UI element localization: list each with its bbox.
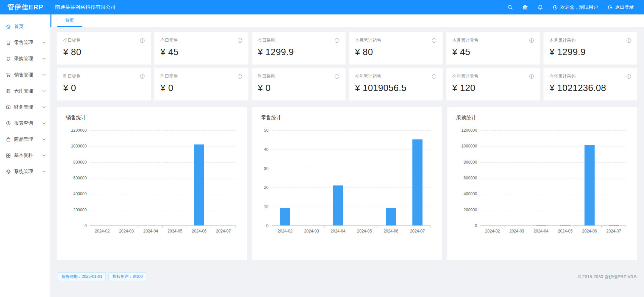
sidebar-item-home[interactable]: 首页	[0, 18, 50, 35]
stat-label: 今日采购	[258, 37, 275, 43]
stat-card-head: 今年累计采购	[550, 73, 631, 79]
sidebar-item-label: 销售管理	[14, 72, 42, 78]
stat-card: 本月累计采购¥ 1299.9	[544, 32, 637, 65]
chevron-down-icon	[42, 171, 46, 173]
info-icon[interactable]	[529, 38, 534, 43]
chevron-down-icon	[42, 90, 46, 92]
x-axis-tick	[211, 226, 211, 227]
bar-2024-04	[536, 225, 546, 225]
x-axis-label: 2024-07	[599, 229, 629, 234]
pie-chart-icon	[6, 121, 11, 126]
stat-card: 昨日零售¥ 0	[154, 68, 248, 100]
logout-button[interactable]: 退出登录	[607, 4, 634, 10]
y-axis-tick-label: 20	[261, 185, 269, 190]
x-axis-tick	[430, 226, 431, 227]
x-axis-tick	[187, 226, 187, 227]
sidebar-item-goods[interactable]: 商品管理	[0, 131, 50, 147]
sidebar-item-report[interactable]: 报表查询	[0, 115, 50, 131]
info-icon[interactable]	[626, 74, 631, 79]
stat-value: ¥ 80	[355, 47, 437, 57]
sidebar: 首页零售管理采购管理销售管理仓库管理财务管理报表查询商品管理基本资料系统管理	[0, 14, 50, 297]
stat-label: 今年累计采购	[550, 73, 576, 79]
page-layout: 首页零售管理采购管理销售管理仓库管理财务管理报表查询商品管理基本资料系统管理 首…	[0, 0, 644, 297]
stat-card: 今日零售¥ 45	[154, 32, 248, 65]
stat-card-head: 昨日采购	[258, 73, 339, 79]
bank-icon[interactable]	[522, 4, 528, 10]
sidebar-item-basic[interactable]: 基本资料	[0, 147, 50, 164]
stat-label: 昨日采购	[258, 73, 275, 79]
footer-badges: 服务到期：2025-01-01授权用户：8/100	[58, 272, 146, 281]
stat-card-head: 本月累计零售	[452, 37, 534, 43]
main-area: 首页 今日销售¥ 80今日零售¥ 45今日采购¥ 1299.9本月累计销售¥ 8…	[50, 14, 644, 297]
welcome-user[interactable]: 欢迎您，测试用户	[553, 4, 598, 10]
chevron-down-icon	[42, 74, 46, 76]
sidebar-item-sales[interactable]: 销售管理	[0, 67, 50, 83]
ledger-icon	[6, 88, 11, 94]
stat-card: 昨日销售¥ 0	[57, 68, 151, 100]
sidebar-item-finance[interactable]: 财务管理	[0, 99, 50, 115]
gridline	[272, 207, 431, 207]
info-icon[interactable]	[140, 38, 145, 43]
chart-title: 销售统计	[66, 115, 238, 121]
clock-icon	[553, 5, 558, 10]
bar-2024-04	[333, 185, 343, 225]
top-header: 管伊佳ERP 南通某某网络科技有限公司 欢迎您，测试用户 退出登录	[0, 0, 644, 14]
info-icon[interactable]	[432, 38, 437, 43]
info-icon[interactable]	[334, 38, 339, 43]
chart-card-retail: 零售统计010203040502024-022024-032024-042024…	[252, 107, 442, 260]
chart-card-sales: 销售统计020000040000060000080000010000001200…	[57, 107, 247, 260]
home-icon	[6, 24, 11, 29]
bar-2024-06	[386, 208, 396, 225]
info-icon[interactable]	[140, 74, 145, 79]
x-axis-tick	[114, 226, 114, 227]
y-axis-tick-label: 1200000	[456, 128, 477, 133]
bar-2024-05	[560, 225, 570, 225]
info-icon[interactable]	[432, 74, 437, 79]
search-icon[interactable]	[507, 4, 513, 10]
gridline	[90, 194, 236, 194]
logout-label: 退出登录	[615, 4, 634, 10]
y-axis-tick-label: 0	[456, 223, 477, 228]
sidebar-item-label: 首页	[14, 24, 46, 30]
sidebar-item-label: 报表查询	[14, 120, 42, 126]
wallet-icon	[6, 104, 11, 110]
gridline	[90, 130, 236, 131]
y-axis-tick-label: 30	[261, 166, 269, 171]
x-axis-tick	[298, 226, 298, 227]
stat-label: 今年累计销售	[355, 73, 381, 79]
x-axis-line	[272, 225, 431, 226]
stat-card-head: 今日采购	[258, 37, 339, 43]
gridline	[272, 150, 431, 150]
sidebar-item-purchase[interactable]: 采购管理	[0, 51, 50, 67]
gridline	[480, 162, 626, 163]
chart-plot: 0200000400000600000800000100000012000002…	[480, 130, 626, 226]
chevron-down-icon	[42, 155, 46, 157]
chart-card-purchase: 采购统计020000040000060000080000010000001200…	[447, 107, 637, 260]
chevron-down-icon	[42, 42, 46, 44]
info-icon[interactable]	[237, 38, 242, 43]
gridline	[272, 169, 431, 169]
sidebar-item-retail[interactable]: 零售管理	[0, 35, 50, 51]
y-axis-tick-label: 1200000	[66, 128, 87, 133]
y-axis-tick-label: 0	[261, 223, 269, 228]
x-axis-tick	[351, 226, 351, 227]
x-axis-line	[90, 225, 236, 226]
y-axis-tick-label: 800000	[456, 160, 477, 165]
y-axis-tick-label: 50	[261, 128, 269, 133]
info-icon[interactable]	[237, 74, 242, 79]
y-axis-tick-label: 0	[66, 223, 87, 228]
stat-label: 今年累计零售	[452, 73, 478, 79]
sidebar-item-warehouse[interactable]: 仓库管理	[0, 83, 50, 99]
chart-title: 零售统计	[261, 115, 434, 121]
welcome-label: 欢迎您，测试用户	[560, 4, 598, 10]
stat-value: ¥ 0	[258, 83, 339, 93]
info-icon[interactable]	[529, 74, 534, 79]
x-axis-label: 2024-07	[208, 229, 239, 234]
tab-home[interactable]: 首页	[57, 14, 82, 27]
info-icon[interactable]	[334, 74, 339, 79]
stat-value: ¥ 120	[452, 83, 534, 93]
x-axis-tick	[90, 226, 90, 227]
sidebar-item-system[interactable]: 系统管理	[0, 164, 50, 180]
bell-icon[interactable]	[537, 4, 543, 10]
info-icon[interactable]	[626, 38, 631, 43]
